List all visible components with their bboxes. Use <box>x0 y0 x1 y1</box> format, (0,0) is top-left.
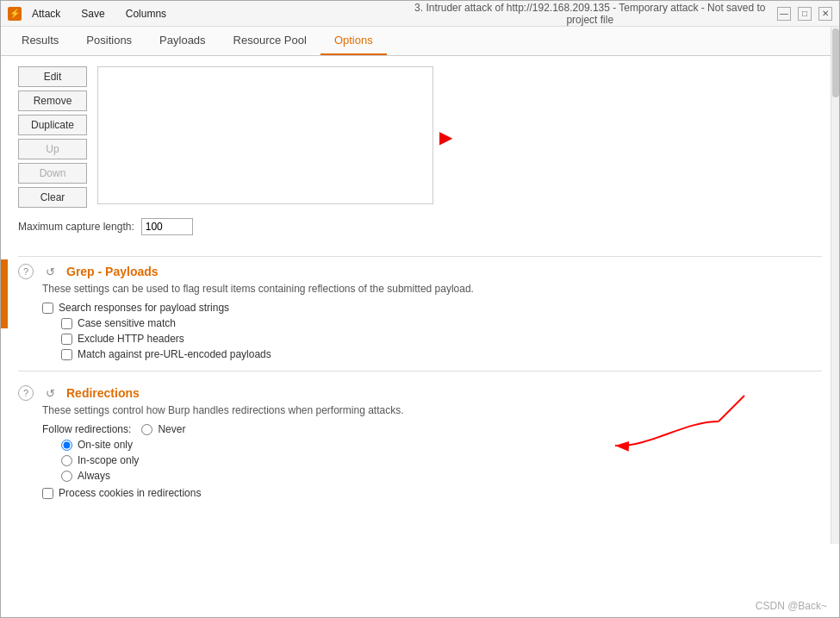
grep-payloads-section: ? ↺ Grep - Payloads These settings can b… <box>18 264 822 364</box>
case-sensitive-row: Case sensitive match <box>61 317 822 329</box>
menu-save[interactable]: Save <box>78 6 108 22</box>
capture-section: Edit Remove Duplicate Up Down Clear ▶ <box>18 66 822 208</box>
follow-redirections-row: Follow redirections: Never <box>42 423 822 435</box>
always-radio[interactable] <box>61 471 72 482</box>
case-sensitive-label: Case sensitive match <box>78 317 176 329</box>
grep-payloads-desc: These settings can be used to flag resul… <box>42 283 822 295</box>
never-row: Never <box>141 423 185 435</box>
search-responses-checkbox[interactable] <box>42 303 53 314</box>
content-area: Edit Remove Duplicate Up Down Clear ▶ Ma… <box>1 56 839 617</box>
process-cookies-checkbox[interactable] <box>42 488 53 499</box>
divider-1 <box>18 256 822 257</box>
follow-redirections-label: Follow redirections: <box>42 423 131 435</box>
watermark: CSDN @Back~ <box>756 600 827 612</box>
remove-button[interactable]: Remove <box>18 91 87 111</box>
divider-2 <box>18 371 822 371</box>
exclude-headers-label: Exclude HTTP headers <box>78 333 184 345</box>
on-site-only-annotation: On-site only In-scope only Always <box>18 439 822 482</box>
exclude-headers-row: Exclude HTTP headers <box>61 333 822 345</box>
maximize-button[interactable]: □ <box>798 7 812 21</box>
close-button[interactable]: ✕ <box>818 7 832 21</box>
process-cookies-label: Process cookies in redirections <box>59 487 201 499</box>
tab-resource-pool[interactable]: Resource Pool <box>220 27 320 55</box>
case-sensitive-checkbox[interactable] <box>61 318 72 329</box>
match-pre-url-label: Match against pre-URL-encoded payloads <box>78 348 271 360</box>
search-responses-label: Search responses for payload strings <box>59 302 229 314</box>
menu-columns[interactable]: Columns <box>122 6 170 22</box>
max-length-input[interactable] <box>141 218 193 235</box>
redirections-header: ? ↺ Redirections <box>18 385 822 401</box>
title-bar: ⚡ Attack Save Columns 3. Intruder attack… <box>1 1 839 27</box>
in-scope-only-row: In-scope only <box>61 454 822 466</box>
in-scope-only-radio[interactable] <box>61 455 72 466</box>
edit-button[interactable]: Edit <box>18 66 87 87</box>
tab-positions[interactable]: Positions <box>72 27 146 55</box>
clear-button[interactable]: Clear <box>18 187 87 208</box>
redirections-desc: These settings control how Burp handles … <box>42 404 822 416</box>
process-cookies-row: Process cookies in redirections <box>42 487 822 499</box>
action-buttons: Edit Remove Duplicate Up Down Clear <box>18 66 87 208</box>
never-label: Never <box>158 423 185 435</box>
minimize-button[interactable]: — <box>777 7 791 21</box>
redirections-reset-icon[interactable]: ↺ <box>42 385 58 401</box>
redirections-section: ? ↺ Redirections These settings control … <box>18 385 822 499</box>
max-length-label: Maximum capture length: <box>18 221 134 233</box>
search-responses-row: Search responses for payload strings <box>42 302 822 314</box>
right-arrow-icon: ▶ <box>439 127 452 147</box>
down-button[interactable]: Down <box>18 163 87 184</box>
match-pre-url-checkbox[interactable] <box>61 349 72 360</box>
grep-payloads-reset-icon[interactable]: ↺ <box>42 264 58 279</box>
match-pre-url-row: Match against pre-URL-encoded payloads <box>61 348 822 360</box>
tab-results[interactable]: Results <box>8 27 72 55</box>
grep-payloads-help-icon[interactable]: ? <box>18 264 34 279</box>
menu-attack[interactable]: Attack <box>28 6 64 22</box>
tab-bar: Results Positions Payloads Resource Pool… <box>1 27 839 56</box>
redirections-help-icon[interactable]: ? <box>18 385 34 401</box>
window-controls: — □ ✕ <box>777 7 832 21</box>
always-label: Always <box>78 470 110 482</box>
never-radio[interactable] <box>141 424 152 435</box>
menu-bar: Attack Save Columns <box>28 6 403 22</box>
scrollbar-thumb[interactable] <box>832 28 839 97</box>
left-accent-stripe <box>1 259 8 328</box>
in-scope-only-label: In-scope only <box>78 454 139 466</box>
tab-options[interactable]: Options <box>320 27 387 55</box>
grep-payloads-title: Grep - Payloads <box>66 265 159 278</box>
max-length-row: Maximum capture length: <box>18 218 822 235</box>
on-site-only-label: On-site only <box>78 439 133 451</box>
exclude-headers-checkbox[interactable] <box>61 334 72 345</box>
up-button[interactable]: Up <box>18 139 87 159</box>
on-site-only-radio[interactable] <box>61 440 72 451</box>
app-icon: ⚡ <box>8 7 22 21</box>
tab-payloads[interactable]: Payloads <box>146 27 219 55</box>
grep-payloads-header: ? ↺ Grep - Payloads <box>18 264 822 279</box>
redirections-title: Redirections <box>66 386 140 400</box>
main-window: ⚡ Attack Save Columns 3. Intruder attack… <box>0 0 840 618</box>
window-title: 3. Intruder attack of http://192.168.209… <box>403 2 778 26</box>
on-site-only-row: On-site only <box>61 439 822 451</box>
capture-display <box>97 66 433 204</box>
redirect-radio-group: On-site only In-scope only Always <box>61 439 822 482</box>
always-row: Always <box>61 470 822 482</box>
scrollbar[interactable] <box>831 27 839 544</box>
duplicate-button[interactable]: Duplicate <box>18 115 87 135</box>
